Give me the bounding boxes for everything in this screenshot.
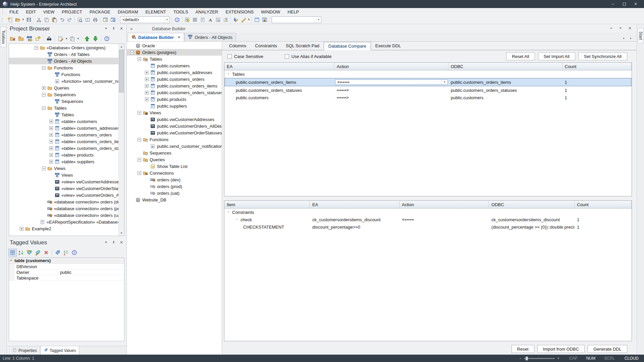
expander-plus-icon[interactable] [144,91,150,95]
expander-minus-icon[interactable] [33,46,39,50]
expand-panel-icon[interactable] [609,26,613,31]
generate-ddl-button[interactable]: Generate DDL [588,345,627,353]
tree-item-tables[interactable]: Tables [9,111,118,118]
checkbox-icon[interactable] [285,54,289,59]
chevrons-icon[interactable]: » [130,26,132,31]
tree-item-public-products[interactable]: public.products [127,96,222,103]
cell-action[interactable]: ====> [334,94,448,101]
expander-minus-icon[interactable] [136,158,142,162]
close-window-icon[interactable]: ✕ [630,0,641,8]
new-diagram-icon[interactable] [25,35,34,43]
tree-item-public-customers-orders-statuses[interactable]: public.customers_orders_statuses [127,89,222,96]
duplicate-icon[interactable] [68,35,76,43]
tree-item-function-send-customer-notification[interactable]: fx«function» send_customer_notification [9,78,118,84]
tree-item-view-vwcustomerorderstatuses[interactable]: «view» vwCustomerOrderStatuses [9,185,118,192]
tree-item-table-customers-orders-items[interactable]: «table» customers_orders_items [9,138,118,145]
reset-all-button[interactable]: Reset All [506,52,535,60]
expander-plus-icon[interactable] [144,77,150,81]
numbered-list-icon[interactable]: 123 [222,16,229,23]
tree-item-show-table-list[interactable]: sqlShow Table List [127,163,222,170]
browse-window-icon[interactable] [109,16,117,23]
tree-item-public-customers-orders-items[interactable]: public.customers_orders_items [127,82,222,89]
tree-item-orders-all-tables[interactable]: Orders - All Tables [9,51,118,58]
collapse-triangle-icon[interactable] [227,72,230,77]
panel-menu-caret-icon[interactable] [104,26,108,32]
dropdown-caret-icon[interactable]: ▼ [247,18,251,21]
column-header-ea[interactable]: EA [310,201,399,208]
new-element-icon[interactable] [34,35,42,43]
move-up-icon[interactable] [83,35,91,43]
expander-minus-icon[interactable] [136,171,142,175]
doc-tab-database-builder[interactable]: Database Builder✕ [128,33,184,41]
move-down-icon[interactable] [91,35,100,43]
panel-menu-caret-icon[interactable] [104,240,108,245]
save-icon[interactable] [25,16,33,23]
expander-minus-icon[interactable] [129,51,135,54]
tree-item-public-vwcustomerorders-alldetails[interactable]: public.vwCustomerOrders_AllDetails [127,123,222,129]
set-import-all-button[interactable]: Set Import All [538,52,575,60]
tree-item-public-customers-orders[interactable]: public.customers_orders [127,76,222,82]
detail-row-check[interactable]: checkck_customersordersitems_discount<==… [224,216,632,223]
tree-item-table-customers-addresses[interactable]: «table» customers_addresses [9,125,118,131]
zoom-slider[interactable] [524,358,555,359]
grid-view-icon[interactable] [8,249,17,256]
help-icon[interactable]: ? [70,249,78,256]
tagged-value-row[interactable]: Tablespace [9,275,124,281]
tree-item-tables[interactable]: Tables [127,56,222,62]
tab-columns[interactable]: Columns [225,42,251,50]
zoom-slider-thumb[interactable] [526,357,528,360]
menu-package[interactable]: PACKAGE [86,9,114,14]
column-header-odbc[interactable]: ODBC [448,63,562,70]
expander-plus-icon[interactable] [48,153,54,157]
tags-icon[interactable] [53,249,62,256]
expander-plus-icon[interactable] [48,140,54,143]
tab-sql-scratch-pad[interactable]: SQL Scratch Pad [281,42,324,50]
tree-item-public-vwcustomeraddresses[interactable]: public.vwCustomerAddresses [127,116,222,123]
dropdown-caret-icon[interactable]: ▼ [21,18,25,21]
menu-view[interactable]: VIEW [40,9,58,14]
expander-minus-icon[interactable] [41,167,47,170]
linked-document-icon[interactable] [199,16,206,23]
tree-item-orders-uat[interactable]: orders (uat) [127,190,222,196]
close-icon[interactable] [119,240,123,245]
tree-item-oracle[interactable]: Oracle [127,42,222,49]
menu-extensions[interactable]: EXTENSIONS [222,9,257,14]
column-header-action[interactable]: Action [334,63,448,70]
case-sensitive-checkbox[interactable]: Case Sensitive [227,54,263,59]
expander-minus-icon[interactable] [136,138,142,141]
expander-minus-icon[interactable] [41,106,47,110]
tab-database-compare[interactable]: Database Compare [324,42,371,50]
tree-item-orders-prod[interactable]: orders (prod) [127,183,222,190]
expander-minus-icon[interactable] [136,111,142,115]
zoom-out-icon[interactable]: − [519,356,522,361]
column-header-count[interactable]: Count [575,201,632,208]
sort-az-icon[interactable]: AZ [17,249,25,256]
help-icon[interactable]: ? [103,35,111,43]
manage-views-icon[interactable] [84,16,91,23]
tree-item-public-customers-addresses[interactable]: public.customers_addresses [127,69,222,76]
tree-item-views[interactable]: Views [9,165,118,172]
expander-minus-icon[interactable] [41,93,47,97]
edit-tag-icon[interactable] [34,249,42,256]
dropdown-caret-icon[interactable]: ▼ [76,37,80,40]
collapse-triangle-icon[interactable] [236,217,239,222]
stereotype-grid-icon[interactable] [183,16,191,23]
close-icon[interactable] [119,26,123,32]
tab-scroll-left-icon[interactable] [622,36,626,41]
minimize-icon[interactable]: ─ [607,0,619,8]
menu-diagram[interactable]: DIAGRAM [114,9,142,14]
pin-icon[interactable] [112,240,116,245]
tree-item-example2[interactable]: Example2 [9,225,118,232]
new-package-icon[interactable] [17,35,25,43]
tree-item-public-vwcustomerorderstatuses[interactable]: public.vwCustomerOrderStatuses [127,129,222,136]
tab-constraints[interactable]: Constraints [251,42,281,50]
tree-item-orders-all-objects[interactable]: Orders - All Objects [9,58,118,64]
edit-icon[interactable] [56,35,65,43]
expander-plus-icon[interactable] [18,227,24,231]
new-model-icon[interactable] [8,35,17,43]
expander-plus-icon[interactable] [48,146,54,150]
format-painter-icon[interactable] [232,16,239,23]
tree-item-orders-dev[interactable]: orders (dev) [127,176,222,183]
combo-caret-icon[interactable]: ▼ [442,80,447,84]
collapse-triangle-icon[interactable] [9,258,14,263]
